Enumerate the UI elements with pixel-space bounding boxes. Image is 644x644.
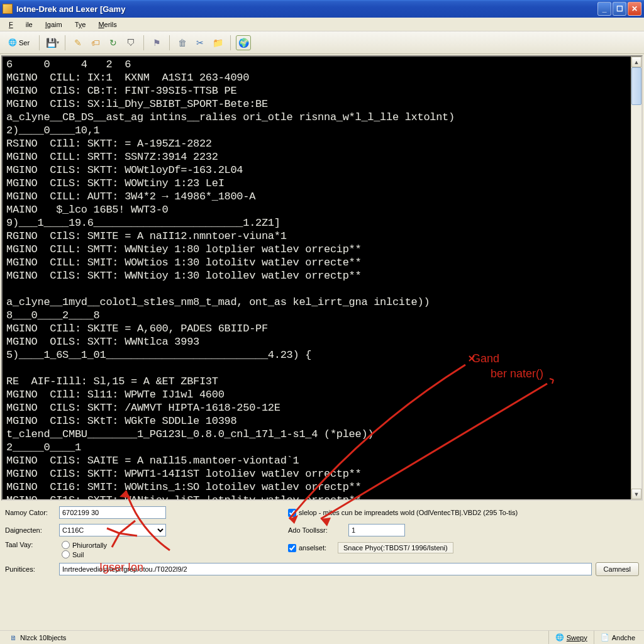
titlebar: Iotne-Drek and Lexer [Gamy _ ☐ ✕ [0, 0, 644, 18]
status-left: 🗎 Nlzck 10lbjects [3, 631, 72, 644]
status-andche[interactable]: 📄 Andche [594, 631, 641, 644]
folder-button[interactable]: 📁 [210, 35, 225, 50]
menu-merils[interactable]: Merils [92, 19, 123, 30]
anselset-label: anselset: [299, 544, 326, 552]
console-output: 6 0 4 2 6 MGINO CILL: IX:1 KXNM A1SI1 26… [3, 57, 631, 499]
flag-button[interactable]: ⚑ [149, 35, 164, 50]
taal-vay-row: Taal Vay: Phiurortally Suil [5, 541, 275, 558]
app-icon [3, 4, 13, 14]
cut-button[interactable]: ✂ [192, 35, 208, 50]
trash-icon: 🗑 [178, 38, 187, 48]
flag-icon: ⚑ [153, 38, 161, 48]
maximize-button[interactable]: ☐ [613, 2, 626, 16]
taal-vay-label: Taal Vay: [5, 541, 55, 548]
punitices-row: Punitices: Camnesl [5, 562, 639, 576]
scroll-track[interactable] [631, 67, 641, 489]
anselset-checkbox[interactable]: anselset: [288, 544, 326, 552]
doc-icon: 📄 [601, 633, 609, 642]
radio-suil[interactable]: Suil [62, 550, 107, 558]
ado-tool-row: Ado Toollssr: [288, 523, 639, 537]
info-icon: 🗎 [9, 633, 18, 642]
scroll-thumb[interactable] [631, 67, 641, 105]
pencil-icon: ✎ [74, 38, 82, 48]
minimize-button[interactable]: _ [597, 2, 611, 16]
separator [65, 35, 65, 50]
folder-icon: 📁 [213, 38, 223, 48]
window-controls: _ ☐ ✕ [597, 2, 641, 16]
ser-label: Ser [19, 39, 30, 47]
shield-icon: ⛉ [126, 38, 135, 48]
daignecten-row: Daignecten: C116C [5, 523, 275, 537]
separator [230, 35, 231, 50]
radio-phiurortally[interactable]: Phiurortally [62, 541, 107, 549]
scroll-down-arrow[interactable]: ▼ [631, 489, 641, 499]
ado-tool-input[interactable] [348, 524, 405, 536]
statusbar: 🗎 Nlzck 10lbjects 🌐 Swepy 📄 Andche [0, 630, 644, 644]
tag-icon: 🏷 [91, 38, 100, 48]
daignecten-label: Daignecten: [5, 526, 55, 534]
punitices-input[interactable] [59, 563, 592, 575]
punitices-label: Punitices: [5, 565, 55, 573]
taal-vay-radios: Phiurortally Suil [62, 541, 107, 558]
scroll-up-arrow[interactable]: ▲ [631, 57, 641, 67]
anselset-check-input[interactable] [288, 544, 296, 552]
camnesl-button[interactable]: Camnesl [596, 562, 639, 576]
disk-icon: 💾 [46, 38, 57, 48]
console-panel: 6 0 4 2 6 MGINO CILL: IX:1 KXNM A1SI1 26… [1, 55, 643, 501]
save-button[interactable]: 💾▾ [45, 35, 60, 50]
trash-button[interactable]: 🗑 [175, 35, 190, 50]
refresh-button[interactable]: ↻ [106, 35, 121, 50]
vertical-scrollbar[interactable]: ▲ ▼ [631, 57, 641, 499]
ser-button[interactable]: 🌐 Ser [4, 35, 34, 50]
close-button[interactable]: ✕ [628, 2, 641, 16]
shield-button[interactable]: ⛉ [123, 35, 138, 50]
separator [169, 35, 170, 50]
cut-icon: ✂ [196, 38, 204, 48]
anselset-row: anselset: Snace Phyo(:TBDST/ 1996/Isteni… [288, 541, 639, 555]
refresh-icon: ↻ [109, 38, 117, 48]
globe-small-icon: 🌐 [555, 633, 564, 642]
slelop-row: slelop - mites cun be impreadets wold (O… [288, 506, 639, 519]
run-icon: 🌍 [238, 38, 249, 48]
toolbar: 🌐 Ser 💾▾ ✎ 🏷 ↻ ⛉ ⚑ 🗑 ✂ 📁 🌍 [0, 31, 644, 54]
namoy-cator-input[interactable] [59, 506, 166, 519]
ado-tool-label: Ado Toollssr: [288, 526, 345, 534]
window-title: Iotne-Drek and Lexer [Gamy [16, 4, 597, 14]
slelop-check-input[interactable] [288, 509, 296, 517]
separator [39, 35, 40, 50]
menu-tye[interactable]: Tye [69, 19, 92, 30]
namoy-cator-row: Namoy Cator: [5, 506, 275, 519]
menu-file[interactable]: File [3, 19, 39, 30]
namoy-cator-label: Namoy Cator: [5, 509, 55, 516]
menu-igaim[interactable]: Igaim [39, 19, 69, 30]
menubar: File Igaim Tye Merils [0, 18, 644, 31]
status-swepy[interactable]: 🌐 Swepy [548, 631, 594, 644]
run-button[interactable]: 🌍 [236, 35, 251, 50]
pencil-button[interactable]: ✎ [70, 35, 86, 50]
snace-display: Snace Phyo(:TBDST/ 1996/Isteni) [338, 542, 453, 553]
globe-icon: 🌐 [8, 38, 17, 47]
daignecten-select[interactable]: C116C [59, 524, 166, 536]
slelop-checkbox[interactable]: slelop - mites cun be impreadets wold (O… [288, 509, 518, 517]
form-panel: Namoy Cator: slelop - mites cun be impre… [0, 502, 644, 580]
tag-button[interactable]: 🏷 [88, 35, 103, 50]
separator [143, 35, 144, 50]
slelop-label: slelop - mites cun be impreadets wold (O… [299, 509, 518, 516]
